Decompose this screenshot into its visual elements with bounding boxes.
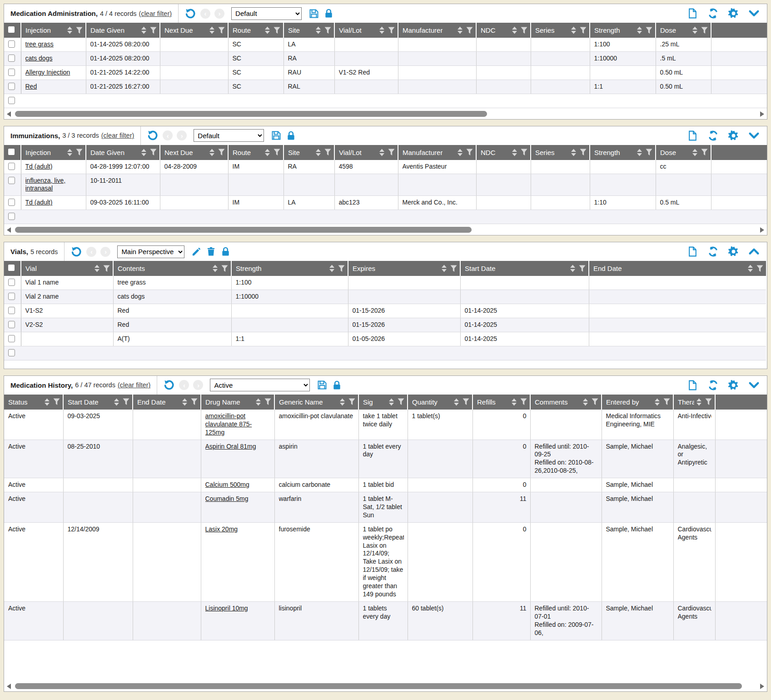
filter-icon[interactable] <box>123 398 129 405</box>
filter-icon[interactable] <box>646 149 652 156</box>
column-header-date-given[interactable]: Date Given <box>86 145 160 160</box>
sort-icon[interactable] <box>329 265 335 272</box>
undo-icon[interactable] <box>163 379 175 391</box>
lock-icon[interactable] <box>220 246 231 257</box>
filter-icon[interactable] <box>348 398 355 405</box>
filter-icon[interactable] <box>450 265 457 272</box>
sort-icon[interactable] <box>457 26 463 34</box>
prev-icon[interactable]: ‹ <box>179 380 189 390</box>
column-header-entered-by[interactable]: Entered by <box>602 395 673 410</box>
filter-icon[interactable] <box>76 27 83 34</box>
scroll-right-arrow[interactable] <box>760 111 764 117</box>
row-checkbox[interactable] <box>8 307 15 314</box>
sort-icon[interactable] <box>379 26 385 34</box>
row-checkbox[interactable] <box>8 163 15 170</box>
filter-icon[interactable] <box>218 27 225 34</box>
refresh-icon[interactable] <box>707 130 719 141</box>
next-icon[interactable]: › <box>100 247 110 257</box>
perspective-select[interactable]: Default <box>231 7 302 20</box>
sort-icon[interactable] <box>571 149 577 156</box>
filter-icon[interactable] <box>218 149 225 156</box>
filter-icon[interactable] <box>521 27 527 34</box>
sort-icon[interactable] <box>141 26 147 34</box>
save-icon[interactable] <box>317 380 328 390</box>
next-icon[interactable]: › <box>177 130 187 140</box>
column-header-contents[interactable]: Contents <box>113 261 231 276</box>
sort-icon[interactable] <box>747 265 753 272</box>
sort-icon[interactable] <box>453 398 459 406</box>
filter-icon[interactable] <box>398 398 404 405</box>
filter-icon[interactable] <box>592 398 598 405</box>
filter-icon[interactable] <box>463 398 469 405</box>
filter-icon[interactable] <box>756 265 763 272</box>
column-header-expires[interactable]: Expires <box>348 261 460 276</box>
save-icon[interactable] <box>271 130 282 141</box>
sort-icon[interactable] <box>182 398 188 406</box>
filter-icon[interactable] <box>388 27 395 34</box>
lock-icon[interactable] <box>332 380 342 390</box>
column-header-dose[interactable]: Dose <box>656 145 711 160</box>
record-link[interactable]: Aspirin Oral 81mg <box>205 443 256 450</box>
filter-icon[interactable] <box>701 149 708 156</box>
filter-icon[interactable] <box>701 27 708 34</box>
select-all-checkbox[interactable] <box>4 261 21 276</box>
sort-icon[interactable] <box>692 26 698 34</box>
column-header-vial[interactable]: Vial <box>21 261 113 276</box>
scroll-left-arrow[interactable] <box>7 684 11 689</box>
filter-icon[interactable] <box>646 27 652 34</box>
record-link[interactable]: Coumadin 5mg <box>205 495 249 502</box>
column-header-strength[interactable]: Strength <box>590 145 656 160</box>
column-header-generic-name[interactable]: Generic Name <box>274 395 358 410</box>
filter-icon[interactable] <box>274 27 280 34</box>
undo-icon[interactable] <box>184 8 196 20</box>
filter-icon[interactable] <box>324 27 331 34</box>
record-link[interactable]: Calcium 500mg <box>205 481 249 488</box>
select-all-checkbox[interactable] <box>4 145 21 160</box>
filter-icon[interactable] <box>521 149 527 156</box>
column-header-date-given[interactable]: Date Given <box>86 23 160 38</box>
perspective-select[interactable]: Main Perspective <box>117 245 184 258</box>
sort-icon[interactable] <box>571 26 577 34</box>
column-header-series[interactable]: Series <box>531 23 590 38</box>
column-header-route[interactable]: Route <box>228 145 284 160</box>
row-checkbox[interactable] <box>8 279 15 286</box>
sort-icon[interactable] <box>696 398 702 406</box>
sort-icon[interactable] <box>67 26 73 34</box>
filter-icon[interactable] <box>264 398 271 405</box>
filter-icon[interactable] <box>191 398 198 405</box>
sort-icon[interactable] <box>339 398 345 406</box>
sort-icon[interactable] <box>379 149 385 156</box>
record-link[interactable]: Allergy Injection <box>25 69 70 76</box>
record-link[interactable]: Lasix 20mg <box>205 525 238 533</box>
new-document-icon[interactable] <box>687 246 698 257</box>
filter-icon[interactable] <box>53 398 60 405</box>
column-header-status[interactable]: Status <box>4 395 63 410</box>
column-header-vial-lot[interactable]: Vial/Lot <box>334 23 398 38</box>
sort-icon[interactable] <box>692 149 698 156</box>
chevron-down-icon[interactable] <box>748 380 760 391</box>
scrollbar-thumb[interactable] <box>15 227 472 233</box>
undo-icon[interactable] <box>70 246 82 258</box>
record-link[interactable]: Td (adult) <box>25 199 53 206</box>
column-header-next-due[interactable]: Next Due <box>160 145 228 160</box>
column-header-injection[interactable]: Injection <box>21 145 86 160</box>
row-checkbox[interactable] <box>8 321 15 328</box>
new-document-icon[interactable] <box>687 8 698 19</box>
sort-icon[interactable] <box>654 398 660 406</box>
gear-icon[interactable] <box>728 246 739 257</box>
column-header-therapeutic[interactable]: Therapeutic <box>673 395 715 410</box>
record-link[interactable]: influenza, live, intranasal <box>25 177 66 192</box>
scrollbar-thumb[interactable] <box>15 111 487 117</box>
scrollbar-thumb[interactable] <box>15 683 742 689</box>
undo-icon[interactable] <box>147 130 159 141</box>
sort-icon[interactable] <box>441 265 447 272</box>
filter-icon[interactable] <box>388 149 395 156</box>
clear-filter-link[interactable]: (clear filter) <box>101 132 134 139</box>
row-checkbox[interactable] <box>8 40 15 48</box>
sort-icon[interactable] <box>141 149 147 156</box>
column-header-dose[interactable]: Dose <box>656 23 711 38</box>
filter-icon[interactable] <box>338 265 345 272</box>
scroll-left-arrow[interactable] <box>7 227 11 233</box>
filter-icon[interactable] <box>580 27 587 34</box>
pencil-icon[interactable] <box>191 246 202 257</box>
